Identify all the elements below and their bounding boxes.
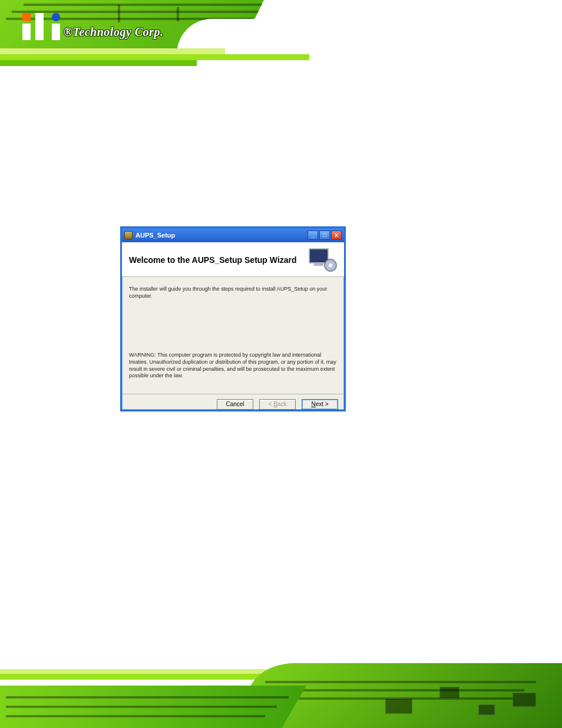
dialog-body: The installer will guide you through the… bbox=[122, 277, 344, 394]
dialog-header: Welcome to the AUPS_Setup Setup Wizard bbox=[122, 242, 344, 277]
page-header-banner: ®Technology Corp. bbox=[0, 0, 562, 67]
dialog-footer: Cancel < Back Next > bbox=[122, 394, 344, 414]
close-icon: X bbox=[335, 232, 338, 238]
maximize-icon: □ bbox=[323, 232, 326, 238]
brand-logo-mark bbox=[22, 13, 60, 40]
minimize-button[interactable]: _ bbox=[308, 230, 318, 240]
dialog-warning-text: WARNING: This computer program is protec… bbox=[129, 352, 337, 380]
dialog-intro-text: The installer will guide you through the… bbox=[129, 285, 337, 299]
brand-logo-text: ®Technology Corp. bbox=[64, 25, 163, 39]
brand-logo: ®Technology Corp. bbox=[22, 13, 163, 40]
header-stripe bbox=[0, 48, 562, 54]
header-stripe bbox=[0, 60, 562, 66]
setup-wizard-dialog: AUPS_Setup _ □ X Welcome to the AUPS_Set… bbox=[120, 226, 346, 411]
header-stripe bbox=[0, 54, 562, 60]
window-controls: _ □ X bbox=[308, 230, 342, 240]
next-button[interactable]: Next > bbox=[302, 399, 338, 410]
dialog-title: AUPS_Setup bbox=[135, 232, 305, 239]
cancel-button-label: Cancel bbox=[226, 401, 244, 407]
footer-circuit-left bbox=[0, 686, 306, 728]
close-button[interactable]: X bbox=[331, 230, 342, 240]
installer-icon bbox=[124, 231, 133, 239]
minimize-icon: _ bbox=[311, 232, 314, 238]
next-button-label: Next > bbox=[311, 401, 328, 407]
dialog-heading: Welcome to the AUPS_Setup Setup Wizard bbox=[129, 255, 297, 265]
cancel-button[interactable]: Cancel bbox=[217, 399, 253, 410]
back-button: < Back bbox=[259, 399, 296, 410]
setup-computer-icon bbox=[309, 248, 337, 272]
back-button-label: < Back bbox=[269, 401, 287, 407]
maximize-button[interactable]: □ bbox=[319, 230, 330, 240]
page-footer-banner bbox=[0, 657, 562, 728]
dialog-titlebar[interactable]: AUPS_Setup _ □ X bbox=[122, 228, 344, 242]
